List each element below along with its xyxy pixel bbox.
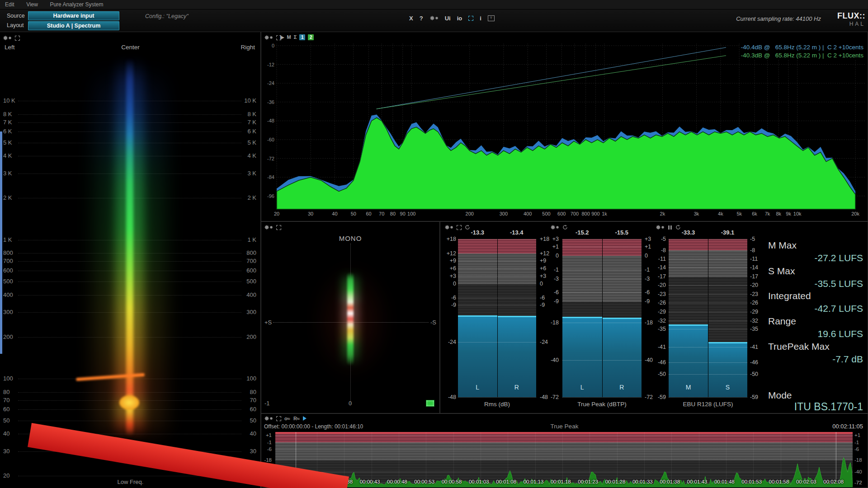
- help-icon[interactable]: ?: [420, 15, 423, 22]
- top-toolbar: X?UiioiT: [409, 14, 495, 23]
- svg-text:9k: 9k: [786, 211, 791, 216]
- timeline-plot[interactable]: 00:00:3300:00:3800:00:4300:00:4800:00:53…: [275, 432, 853, 487]
- settings-gears-icon[interactable]: [429, 15, 439, 21]
- spectrum-panel-icons: [264, 34, 281, 41]
- reset-icon[interactable]: [465, 225, 470, 230]
- info-icon[interactable]: i: [480, 15, 481, 22]
- scrollbar-strip[interactable]: [0, 131, 2, 354]
- play-icon[interactable]: ▶: [280, 34, 284, 40]
- pause-icon[interactable]: [668, 225, 672, 230]
- menu-view[interactable]: View: [21, 0, 43, 9]
- stat-label-1: S Max: [768, 266, 795, 277]
- svg-text:-60: -60: [267, 137, 274, 142]
- trace2-toggle[interactable]: 2: [308, 34, 314, 40]
- svg-text:80: 80: [390, 211, 396, 216]
- fullscreen-icon[interactable]: [468, 16, 473, 21]
- svg-text:20: 20: [274, 211, 279, 216]
- svg-text:600: 600: [557, 211, 566, 216]
- titlebar-icon[interactable]: T: [488, 15, 495, 21]
- channel-label: R: [501, 384, 533, 391]
- svg-text:-24: -24: [267, 80, 274, 86]
- timeline-timestamp: 00:01:53: [741, 479, 762, 484]
- gear-icon[interactable]: [656, 225, 665, 230]
- freq-label-left: 40: [3, 430, 9, 437]
- freq-label-right: 700: [246, 258, 256, 264]
- meter-truepeak-title: True Peak (dBTP): [557, 401, 647, 408]
- config-text: Config.: "Legacy": [145, 13, 189, 19]
- svg-text:10k: 10k: [793, 211, 802, 216]
- freq-label-left: 500: [3, 278, 13, 285]
- freq-label-left: 1 K: [3, 236, 12, 243]
- gear-icon[interactable]: [550, 225, 559, 230]
- source-select[interactable]: Hardware input: [28, 11, 119, 20]
- timeline-timestamp: 00:01:33: [632, 479, 653, 484]
- freq-label-right: 3 K: [247, 170, 256, 177]
- timeline-tick-right: -6: [854, 446, 859, 452]
- stat-label-2: Integrated: [768, 291, 811, 301]
- meter-rms-channel-R: R: [497, 239, 537, 397]
- reset-icon[interactable]: [562, 225, 568, 230]
- freq-label-right: 50: [250, 417, 256, 424]
- bottom-center-scale-label: 0: [349, 400, 352, 407]
- timeline-timestamp: 00:02:08: [823, 479, 844, 484]
- freq-label-right: 6 K: [247, 128, 256, 135]
- expand-corners-icon[interactable]: [457, 225, 462, 230]
- reset-timecode-icon[interactable]: Rtc: [293, 416, 300, 421]
- sum-icon[interactable]: Σ: [294, 34, 297, 40]
- menu-pure-analyzer-system[interactable]: Pure Analyzer System: [45, 0, 108, 9]
- meter-rms-peak-R: -13.4: [501, 229, 533, 236]
- spectrum-plot[interactable]: 0-12-24-36-48-60-72-84-96203040506070809…: [261, 32, 868, 221]
- meter-truepeak-bars[interactable]: LR: [562, 239, 642, 397]
- gear-icon[interactable]: [3, 35, 12, 41]
- trace1-toggle[interactable]: 1: [299, 34, 305, 40]
- svg-text:700: 700: [571, 211, 579, 216]
- meter-rms-bars[interactable]: LR: [458, 239, 536, 397]
- freq-label-left: 100: [3, 375, 13, 382]
- expand-corners-icon[interactable]: [276, 225, 281, 230]
- svg-text:500: 500: [542, 211, 550, 216]
- timeline-panel: otcRtc Offset: 00:00:00:00 - Length: 00:…: [261, 413, 868, 488]
- play-icon[interactable]: [303, 416, 307, 421]
- spectrogram-yellow-blob: [119, 395, 139, 410]
- gear-icon[interactable]: [444, 225, 453, 230]
- channel-label-center: Center: [0, 44, 261, 51]
- reset-icon[interactable]: [675, 225, 681, 230]
- freq-label-left: 10 K: [3, 97, 15, 104]
- vectorscope-mode-label: MONO: [261, 235, 439, 242]
- spectrogram-energy-core: [126, 58, 133, 436]
- menu-bar: Edit View Pure Analyzer System: [0, 0, 868, 9]
- layout-select[interactable]: Studio A | Spectrum: [28, 21, 119, 30]
- source-label: Source: [7, 13, 25, 19]
- io-toggle[interactable]: io: [457, 15, 462, 22]
- svg-text:4k: 4k: [718, 211, 723, 216]
- channel-label-right: Right: [241, 44, 255, 51]
- freq-label-left: 30: [3, 448, 9, 455]
- svg-text:-84: -84: [267, 174, 274, 180]
- m-weighting-icon[interactable]: M: [287, 34, 291, 40]
- loudness-stats: M Max-27.2 LUFSS Max-35.5 LUFSIntegrated…: [764, 222, 868, 414]
- spectrogram-panel-icons: [3, 35, 20, 41]
- timeline-timestamp: 00:01:23: [578, 479, 598, 484]
- expand-corners-icon[interactable]: [15, 36, 20, 41]
- svg-text:0: 0: [272, 43, 274, 48]
- freq-label-right: 1 K: [247, 236, 256, 243]
- offset-timecode-icon[interactable]: otc: [284, 416, 290, 421]
- timeline-tick-right: -18: [854, 457, 862, 463]
- freq-label-left: 600: [3, 267, 13, 274]
- freq-label-right: 60: [250, 406, 256, 413]
- status-led[interactable]: [426, 400, 434, 407]
- menu-edit[interactable]: Edit: [0, 0, 19, 9]
- freq-label-right: 600: [246, 267, 256, 274]
- gear-icon[interactable]: [264, 35, 273, 40]
- meter-ebu-bars[interactable]: MS: [669, 239, 747, 397]
- expand-corners-icon[interactable]: [276, 416, 281, 421]
- close-icon[interactable]: X: [409, 15, 413, 22]
- freq-label-left: 20: [3, 472, 9, 479]
- ui-toggle[interactable]: Ui: [445, 15, 451, 22]
- gear-icon[interactable]: [264, 416, 273, 421]
- plus-s-label: +S: [264, 319, 272, 326]
- timeline-timestamp: 00:01:08: [496, 479, 516, 484]
- svg-text:-12: -12: [267, 62, 274, 67]
- meter-rms-channel-L: L: [458, 239, 497, 397]
- gear-icon[interactable]: [264, 225, 273, 230]
